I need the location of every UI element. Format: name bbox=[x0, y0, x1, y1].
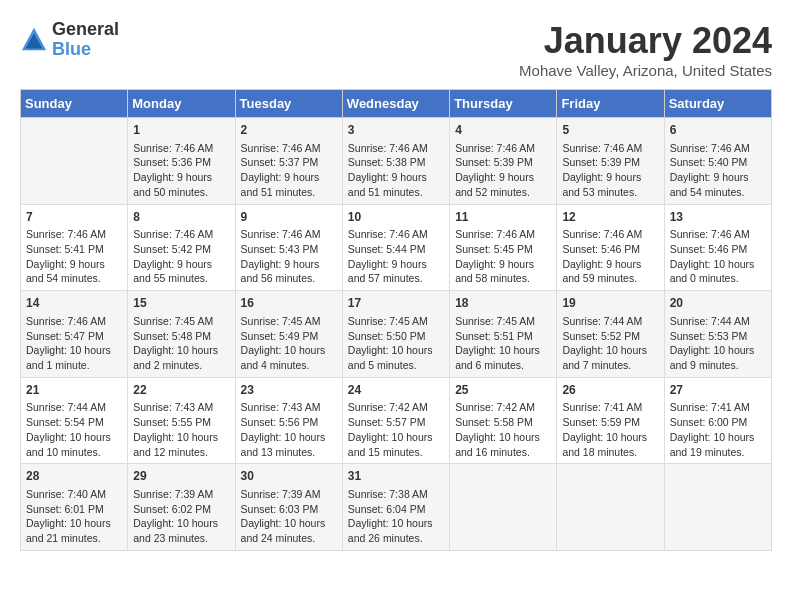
calendar-cell: 30Sunrise: 7:39 AMSunset: 6:03 PMDayligh… bbox=[235, 464, 342, 551]
cell-text: Sunset: 5:56 PM bbox=[241, 415, 337, 430]
cell-text: Sunrise: 7:44 AM bbox=[26, 400, 122, 415]
calendar-row: 1Sunrise: 7:46 AMSunset: 5:36 PMDaylight… bbox=[21, 118, 772, 205]
day-number: 31 bbox=[348, 468, 444, 485]
cell-text: Sunrise: 7:39 AM bbox=[133, 487, 229, 502]
calendar-cell: 5Sunrise: 7:46 AMSunset: 5:39 PMDaylight… bbox=[557, 118, 664, 205]
calendar-cell: 12Sunrise: 7:46 AMSunset: 5:46 PMDayligh… bbox=[557, 204, 664, 291]
calendar-cell: 23Sunrise: 7:43 AMSunset: 5:56 PMDayligh… bbox=[235, 377, 342, 464]
cell-text: and 55 minutes. bbox=[133, 271, 229, 286]
day-number: 4 bbox=[455, 122, 551, 139]
day-number: 8 bbox=[133, 209, 229, 226]
cell-text: Daylight: 10 hours bbox=[133, 430, 229, 445]
cell-text: and 24 minutes. bbox=[241, 531, 337, 546]
cell-text: Daylight: 9 hours bbox=[241, 170, 337, 185]
cell-text: Sunrise: 7:46 AM bbox=[26, 227, 122, 242]
calendar-cell: 28Sunrise: 7:40 AMSunset: 6:01 PMDayligh… bbox=[21, 464, 128, 551]
cell-text: and 13 minutes. bbox=[241, 445, 337, 460]
cell-text: Sunrise: 7:42 AM bbox=[348, 400, 444, 415]
calendar-cell: 22Sunrise: 7:43 AMSunset: 5:55 PMDayligh… bbox=[128, 377, 235, 464]
cell-text: Sunrise: 7:46 AM bbox=[133, 227, 229, 242]
calendar-row: 14Sunrise: 7:46 AMSunset: 5:47 PMDayligh… bbox=[21, 291, 772, 378]
cell-text: and 6 minutes. bbox=[455, 358, 551, 373]
cell-text: and 10 minutes. bbox=[26, 445, 122, 460]
calendar-cell: 7Sunrise: 7:46 AMSunset: 5:41 PMDaylight… bbox=[21, 204, 128, 291]
cell-text: Sunset: 6:01 PM bbox=[26, 502, 122, 517]
cell-text: Daylight: 10 hours bbox=[241, 516, 337, 531]
cell-text: Sunrise: 7:44 AM bbox=[562, 314, 658, 329]
cell-text: and 53 minutes. bbox=[562, 185, 658, 200]
cell-text: and 1 minute. bbox=[26, 358, 122, 373]
day-number: 3 bbox=[348, 122, 444, 139]
calendar-cell: 26Sunrise: 7:41 AMSunset: 5:59 PMDayligh… bbox=[557, 377, 664, 464]
cell-text: Sunset: 5:50 PM bbox=[348, 329, 444, 344]
cell-text: Sunrise: 7:41 AM bbox=[562, 400, 658, 415]
logo-icon bbox=[20, 26, 48, 54]
calendar-row: 7Sunrise: 7:46 AMSunset: 5:41 PMDaylight… bbox=[21, 204, 772, 291]
header-tuesday: Tuesday bbox=[235, 90, 342, 118]
cell-text: and 23 minutes. bbox=[133, 531, 229, 546]
cell-text: Sunset: 6:03 PM bbox=[241, 502, 337, 517]
cell-text: Daylight: 9 hours bbox=[241, 257, 337, 272]
day-number: 23 bbox=[241, 382, 337, 399]
header-monday: Monday bbox=[128, 90, 235, 118]
month-title: January 2024 bbox=[519, 20, 772, 62]
cell-text: Sunrise: 7:46 AM bbox=[562, 141, 658, 156]
cell-text: Daylight: 9 hours bbox=[133, 257, 229, 272]
cell-text: and 9 minutes. bbox=[670, 358, 766, 373]
calendar-cell: 15Sunrise: 7:45 AMSunset: 5:48 PMDayligh… bbox=[128, 291, 235, 378]
cell-text: Daylight: 10 hours bbox=[133, 516, 229, 531]
cell-text: Sunrise: 7:45 AM bbox=[455, 314, 551, 329]
cell-text: Sunrise: 7:46 AM bbox=[562, 227, 658, 242]
day-number: 10 bbox=[348, 209, 444, 226]
cell-text: Daylight: 10 hours bbox=[241, 430, 337, 445]
cell-text: and 50 minutes. bbox=[133, 185, 229, 200]
cell-text: Sunrise: 7:45 AM bbox=[241, 314, 337, 329]
cell-text: Daylight: 9 hours bbox=[562, 257, 658, 272]
cell-text: Sunset: 5:52 PM bbox=[562, 329, 658, 344]
day-number: 21 bbox=[26, 382, 122, 399]
calendar-cell: 20Sunrise: 7:44 AMSunset: 5:53 PMDayligh… bbox=[664, 291, 771, 378]
cell-text: Sunrise: 7:46 AM bbox=[455, 227, 551, 242]
cell-text: and 12 minutes. bbox=[133, 445, 229, 460]
calendar-cell: 14Sunrise: 7:46 AMSunset: 5:47 PMDayligh… bbox=[21, 291, 128, 378]
day-number: 17 bbox=[348, 295, 444, 312]
day-number: 7 bbox=[26, 209, 122, 226]
day-number: 27 bbox=[670, 382, 766, 399]
calendar-cell: 3Sunrise: 7:46 AMSunset: 5:38 PMDaylight… bbox=[342, 118, 449, 205]
day-number: 28 bbox=[26, 468, 122, 485]
day-number: 25 bbox=[455, 382, 551, 399]
cell-text: and 18 minutes. bbox=[562, 445, 658, 460]
cell-text: Daylight: 10 hours bbox=[348, 343, 444, 358]
calendar-cell: 1Sunrise: 7:46 AMSunset: 5:36 PMDaylight… bbox=[128, 118, 235, 205]
cell-text: and 52 minutes. bbox=[455, 185, 551, 200]
cell-text: Sunset: 5:43 PM bbox=[241, 242, 337, 257]
day-number: 6 bbox=[670, 122, 766, 139]
cell-text: Sunset: 5:49 PM bbox=[241, 329, 337, 344]
day-number: 13 bbox=[670, 209, 766, 226]
calendar-cell: 16Sunrise: 7:45 AMSunset: 5:49 PMDayligh… bbox=[235, 291, 342, 378]
calendar-header-row: SundayMondayTuesdayWednesdayThursdayFrid… bbox=[21, 90, 772, 118]
cell-text: Daylight: 9 hours bbox=[455, 170, 551, 185]
day-number: 5 bbox=[562, 122, 658, 139]
cell-text: Sunset: 5:36 PM bbox=[133, 155, 229, 170]
cell-text: Sunset: 5:51 PM bbox=[455, 329, 551, 344]
header-saturday: Saturday bbox=[664, 90, 771, 118]
day-number: 24 bbox=[348, 382, 444, 399]
cell-text: Sunrise: 7:38 AM bbox=[348, 487, 444, 502]
title-block: January 2024 Mohave Valley, Arizona, Uni… bbox=[519, 20, 772, 79]
cell-text: Sunset: 5:48 PM bbox=[133, 329, 229, 344]
cell-text: Daylight: 9 hours bbox=[670, 170, 766, 185]
header-sunday: Sunday bbox=[21, 90, 128, 118]
cell-text: Sunrise: 7:46 AM bbox=[670, 141, 766, 156]
cell-text: Daylight: 10 hours bbox=[670, 343, 766, 358]
calendar-cell: 13Sunrise: 7:46 AMSunset: 5:46 PMDayligh… bbox=[664, 204, 771, 291]
day-number: 9 bbox=[241, 209, 337, 226]
day-number: 19 bbox=[562, 295, 658, 312]
calendar-cell: 21Sunrise: 7:44 AMSunset: 5:54 PMDayligh… bbox=[21, 377, 128, 464]
calendar-cell: 11Sunrise: 7:46 AMSunset: 5:45 PMDayligh… bbox=[450, 204, 557, 291]
cell-text: Daylight: 9 hours bbox=[348, 170, 444, 185]
cell-text: Daylight: 10 hours bbox=[348, 430, 444, 445]
cell-text: and 59 minutes. bbox=[562, 271, 658, 286]
cell-text: Daylight: 10 hours bbox=[562, 430, 658, 445]
cell-text: and 0 minutes. bbox=[670, 271, 766, 286]
